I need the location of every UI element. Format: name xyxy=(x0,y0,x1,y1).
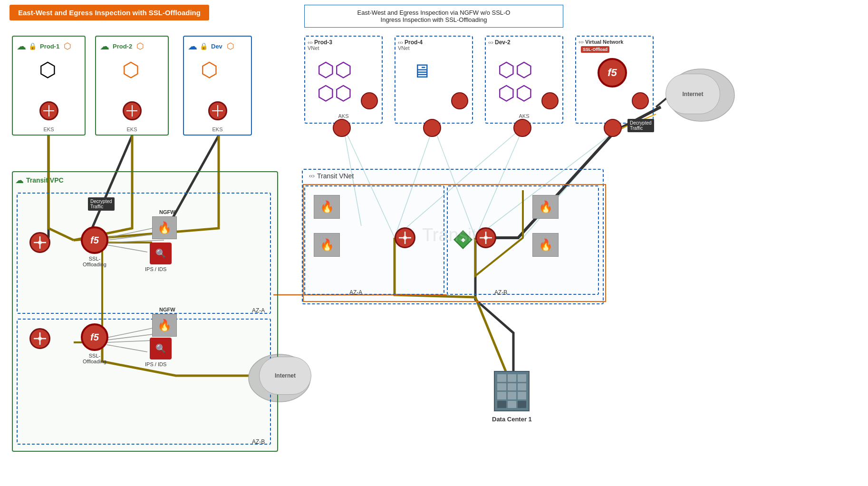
prod1-eks-label: EKS xyxy=(13,126,85,132)
az-a-right-label: AZ-A xyxy=(349,289,362,296)
ngfw-azb-label: NGFW xyxy=(159,307,175,312)
router-azb-right-1 xyxy=(475,227,496,248)
prod4-monitor-icon: 🖥 xyxy=(412,60,431,82)
f5-aza-label: SSL-Offloading xyxy=(78,256,111,267)
az-b-right-label: AZ-B xyxy=(494,289,507,296)
az-a-left-box xyxy=(17,193,271,314)
dev-router xyxy=(208,101,227,120)
ips-azb-label: IPS / IDS xyxy=(145,361,166,367)
dev-vpc-box: ☁ 🔒 Dev ⬡ ⬡ node EKS xyxy=(183,36,252,136)
transit-vnet-header: ‹‹› Transit VNet xyxy=(309,172,354,180)
router-dev2-vnet xyxy=(513,119,531,137)
prod3-label: Prod-3 xyxy=(314,39,332,46)
prod1-node-text: node xyxy=(44,68,53,72)
prod2-label: Prod-2 xyxy=(113,43,132,50)
prod3-router xyxy=(361,92,378,109)
prod1-hex-icon: ⬡ xyxy=(64,41,71,51)
dev-label: Dev xyxy=(211,43,222,50)
transit-vpc-label: Transit VPC xyxy=(26,176,64,184)
transit-vnet-label: Transit VNet xyxy=(317,172,354,180)
svg-point-35 xyxy=(403,236,407,240)
dev2-aks-label: AKS xyxy=(486,113,562,119)
router-aza-right xyxy=(395,227,415,248)
internet-cloud-left: Internet xyxy=(259,357,311,395)
router-vnet-vnet xyxy=(604,119,622,137)
svg-point-31 xyxy=(38,337,42,340)
f5-azb-label: SSL-Offloading xyxy=(78,353,111,364)
prod1-lock-icon: 🔒 xyxy=(29,42,37,50)
dev2-vnet-box: ‹‹› Dev-2 ⬡⬡⬡⬡ AKS xyxy=(485,36,563,124)
prod2-hex-icon: ⬡ xyxy=(136,41,144,51)
ips-aza-label: IPS / IDS xyxy=(145,266,166,272)
ngfw-azb-icon: 🔥 xyxy=(152,314,177,337)
dev2-label: Dev-2 xyxy=(495,39,511,46)
datacenter-label: Data Center 1 xyxy=(492,416,532,423)
router-prod3-vnet xyxy=(333,119,351,137)
transit-vpc-cloud-icon: ☁ xyxy=(15,175,24,185)
transit-vnet-arrows-icon: ‹‹› xyxy=(309,173,315,179)
datacenter-icon: Data Center 1 xyxy=(492,371,532,423)
router-aza-left xyxy=(29,232,50,253)
datacenter-building xyxy=(494,371,530,411)
prod3-aks-label: AKS xyxy=(305,113,382,119)
prod3-sublabel: VNet xyxy=(308,45,319,51)
ips-aza-icon: 🔍 xyxy=(150,243,172,264)
vnet-vnet-box: ‹‹› Virtual Network SSL-Offload f5 xyxy=(575,36,654,124)
prod3-aks-icon: ⬡⬡⬡⬡ xyxy=(317,58,352,105)
az-b-left-box xyxy=(17,319,271,445)
prod3-vnet-box: ‹‹› Prod-3 VNet ⬡⬡⬡⬡ AKS xyxy=(304,36,383,124)
router-azb-left xyxy=(29,328,50,349)
prod2-cloud-icon: ☁ xyxy=(100,40,109,52)
dev-hex-icon: ⬡ xyxy=(227,41,234,51)
prod2-eks-label: EKS xyxy=(96,126,168,132)
prod2-vpc-box: ☁ Prod-2 ⬡ ⬡ node EKS xyxy=(95,36,169,136)
svg-point-39 xyxy=(484,236,488,240)
prod2-node-text: node xyxy=(127,68,136,72)
decrypted-traffic-right: DecryptedTraffic xyxy=(627,119,654,132)
prod4-router xyxy=(451,92,468,109)
vnet-arrows: ‹‹› xyxy=(579,39,584,45)
router-prod4-vnet xyxy=(423,119,441,137)
prod4-arrows: ‹‹› xyxy=(398,39,403,45)
fw-azb-right-1: 🔥 xyxy=(532,195,559,219)
vnet-f5-icon: f5 xyxy=(598,58,627,87)
fw-aza-right-1: 🔥 xyxy=(314,195,340,219)
az-b-left-label: AZ-B xyxy=(252,438,265,445)
vnet-label: Virtual Network xyxy=(585,39,624,45)
ngfw-aza-icon: 🔥 xyxy=(152,216,177,239)
transit-vpc-header: ☁ Transit VPC xyxy=(15,175,64,185)
prod3-arrows: ‹‹› xyxy=(308,39,313,45)
vnet-router xyxy=(632,92,649,109)
f5-azb-left: f5 xyxy=(81,323,108,351)
prod1-cloud-icon: ☁ xyxy=(17,40,26,52)
ssl-offload-badge: SSL-Offload xyxy=(581,46,609,53)
left-title: East-West and Egress Inspection with SSL… xyxy=(10,5,209,20)
decrypted-traffic-aza: DecryptedTraffic xyxy=(88,197,115,211)
dev-cloud-icon: ☁ xyxy=(188,40,197,52)
dev2-aks-icon: ⬡⬡⬡⬡ xyxy=(498,58,533,105)
diagram-container: East-West and Egress Inspection with SSL… xyxy=(0,0,868,486)
fw-aza-right-2: 🔥 xyxy=(314,233,340,257)
prod1-label: Prod-1 xyxy=(40,43,59,50)
right-title-box: East-West and Egress Inspection via NGFW… xyxy=(304,5,563,28)
az-a-left-label: AZ-A xyxy=(252,307,265,314)
prod1-router xyxy=(39,101,58,120)
dev2-router xyxy=(541,92,559,109)
prod2-router xyxy=(123,101,142,120)
prod4-sublabel: VNet xyxy=(398,45,409,51)
ips-azb-icon: 🔍 xyxy=(150,338,172,360)
prod4-label: Prod-4 xyxy=(405,39,423,46)
dev-eks-label: EKS xyxy=(184,126,251,132)
internet-cloud-right: Internet xyxy=(665,74,720,114)
prod4-vnet-box: ‹‹› Prod-4 VNet 🖥 xyxy=(395,36,473,124)
dev-lock-icon: 🔒 xyxy=(200,42,208,50)
dev2-arrows: ‹‹› xyxy=(488,39,493,45)
prod1-vpc-box: ☁ 🔒 Prod-1 ⬡ ⬡ node EKS xyxy=(12,36,86,136)
f5-aza-left: f5 xyxy=(81,226,108,254)
svg-point-27 xyxy=(38,241,42,244)
ngfw-aza-label: NGFW xyxy=(159,209,175,215)
fw-azb-right-2: 🔥 xyxy=(532,233,559,257)
dev-node-text: node xyxy=(205,68,215,72)
